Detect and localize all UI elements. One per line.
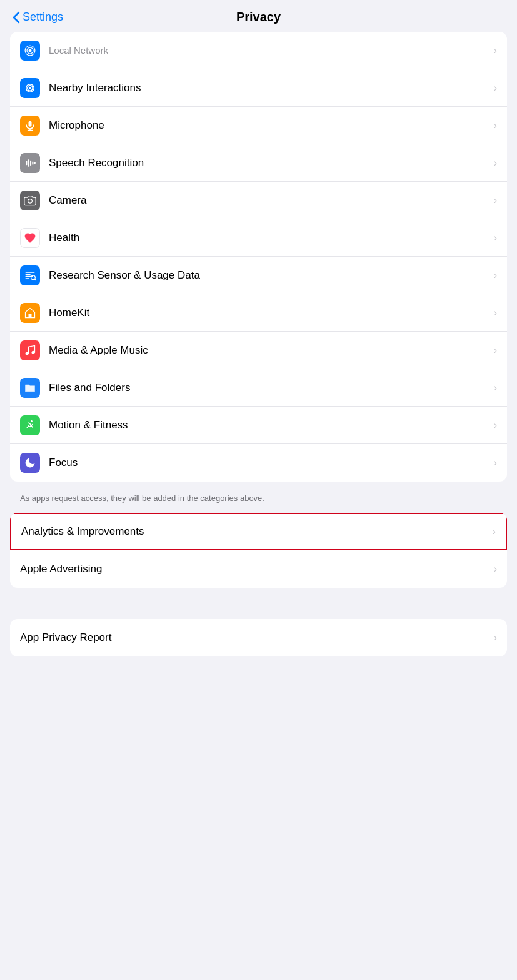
focus-chevron: › [494, 457, 497, 468]
health-label: Health [49, 232, 494, 244]
motion-fitness-chevron: › [494, 420, 497, 431]
svg-line-14 [35, 279, 36, 280]
homekit-icon [20, 303, 40, 323]
apple-advertising-row[interactable]: Apple Advertising › [10, 550, 507, 588]
motion-fitness-row[interactable]: Motion & Fitness › [10, 407, 507, 444]
homekit-label: HomeKit [49, 307, 494, 319]
research-label: Research Sensor & Usage Data [49, 269, 494, 282]
homekit-row[interactable]: HomeKit › [10, 294, 507, 332]
app-privacy-report-label: App Privacy Report [20, 631, 494, 644]
speech-recognition-chevron: › [494, 157, 497, 169]
nearby-interactions-icon [20, 78, 40, 98]
motion-fitness-label: Motion & Fitness [49, 419, 494, 432]
media-music-icon [20, 340, 40, 360]
svg-point-12 [28, 199, 33, 203]
app-privacy-report-section: App Privacy Report › [10, 619, 507, 656]
research-row[interactable]: Research Sensor & Usage Data › [10, 257, 507, 294]
back-label: Settings [23, 11, 63, 24]
svg-point-17 [32, 350, 35, 354]
media-music-row[interactable]: Media & Apple Music › [10, 332, 507, 369]
speech-recognition-icon [20, 153, 40, 173]
focus-label: Focus [49, 457, 494, 469]
camera-icon [20, 191, 40, 210]
back-button[interactable]: Settings [13, 11, 63, 24]
files-folders-icon [20, 378, 40, 398]
health-chevron: › [494, 232, 497, 244]
svg-point-3 [29, 86, 31, 89]
analytics-improvements-chevron: › [493, 526, 496, 537]
app-privacy-report-row[interactable]: App Privacy Report › [10, 619, 507, 656]
focus-icon [20, 453, 40, 473]
nearby-interactions-row[interactable]: Nearby Interactions › [10, 69, 507, 107]
svg-rect-4 [29, 121, 32, 126]
page-title: Privacy [236, 10, 281, 24]
analytics-improvements-row[interactable]: Analytics & Improvements › [10, 513, 507, 550]
local-network-label: Local Network [49, 45, 494, 56]
svg-point-0 [29, 49, 32, 52]
svg-point-18 [31, 420, 33, 422]
speech-recognition-row[interactable]: Speech Recognition › [10, 144, 507, 182]
svg-rect-7 [26, 161, 27, 165]
local-network-chevron: › [494, 45, 497, 56]
research-icon [20, 265, 40, 285]
local-network-icon [20, 41, 40, 61]
svg-rect-15 [29, 314, 32, 317]
camera-label: Camera [49, 194, 494, 207]
section-footer: As apps request access, they will be add… [10, 488, 507, 513]
files-folders-row[interactable]: Files and Folders › [10, 369, 507, 407]
svg-rect-8 [28, 159, 29, 167]
analytics-improvements-label: Analytics & Improvements [21, 525, 493, 538]
microphone-chevron: › [494, 120, 497, 131]
files-folders-label: Files and Folders [49, 382, 494, 394]
header: Settings Privacy [0, 0, 517, 32]
nearby-interactions-label: Nearby Interactions [49, 82, 494, 94]
local-network-row[interactable]: Local Network › [10, 32, 507, 69]
svg-rect-11 [34, 162, 36, 164]
apple-advertising-chevron: › [494, 563, 497, 575]
microphone-icon [20, 116, 40, 136]
speech-recognition-label: Speech Recognition [49, 157, 494, 169]
privacy-items-section: Local Network › Nearby Interactions [10, 32, 507, 482]
svg-rect-9 [30, 160, 31, 165]
camera-row[interactable]: Camera › [10, 182, 507, 219]
homekit-chevron: › [494, 307, 497, 319]
app-privacy-report-chevron: › [494, 632, 497, 643]
focus-row[interactable]: Focus › [10, 444, 507, 482]
research-chevron: › [494, 270, 497, 281]
nearby-interactions-chevron: › [494, 82, 497, 94]
microphone-label: Microphone [49, 119, 494, 132]
camera-chevron: › [494, 195, 497, 206]
microphone-row[interactable]: Microphone › [10, 107, 507, 144]
svg-point-16 [26, 352, 29, 355]
motion-fitness-icon [20, 415, 40, 435]
apple-advertising-label: Apple Advertising [20, 563, 494, 575]
media-music-label: Media & Apple Music [49, 344, 494, 357]
health-row[interactable]: Health › [10, 219, 507, 257]
svg-rect-10 [32, 161, 33, 164]
files-folders-chevron: › [494, 382, 497, 393]
media-music-chevron: › [494, 345, 497, 356]
analytics-section: Analytics & Improvements › Apple Adverti… [10, 513, 507, 588]
health-icon [20, 228, 40, 248]
